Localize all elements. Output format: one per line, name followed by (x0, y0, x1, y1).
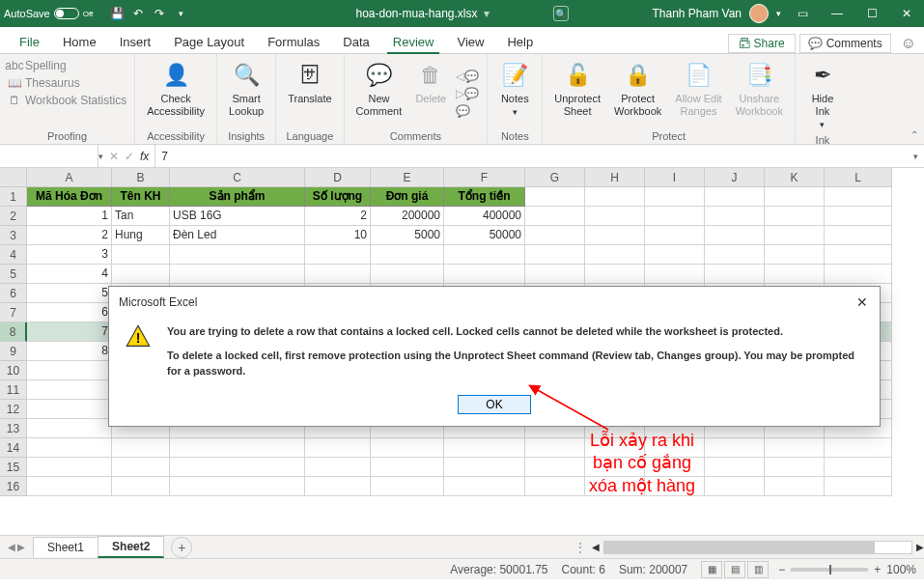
cell[interactable] (525, 245, 585, 265)
help-icon[interactable]: ☺ (901, 35, 916, 52)
row-header[interactable]: 7 (0, 303, 27, 322)
col-header[interactable]: L (825, 168, 892, 187)
autosave-toggle[interactable]: AutoSave Off (4, 8, 93, 19)
cell[interactable] (525, 207, 585, 226)
scroll-right-icon[interactable]: ▶ (916, 542, 924, 552)
tab-data[interactable]: Data (331, 31, 380, 53)
cell[interactable] (444, 458, 525, 477)
cell[interactable] (705, 245, 765, 265)
cell[interactable] (525, 226, 585, 245)
cell[interactable] (525, 477, 585, 496)
tab-help[interactable]: Help (495, 31, 545, 53)
cell[interactable] (170, 458, 305, 477)
cell[interactable] (371, 477, 444, 496)
comments-button[interactable]: 💬Comments (799, 34, 891, 53)
cell[interactable] (585, 265, 645, 284)
col-header[interactable]: F (444, 168, 525, 187)
cell[interactable] (112, 458, 170, 477)
cell[interactable] (645, 207, 705, 226)
cell[interactable] (705, 438, 765, 458)
cell[interactable] (27, 438, 112, 458)
cell[interactable]: Sản phẩm (170, 187, 305, 207)
hide-ink-button[interactable]: ✒Hide Ink▾ (803, 58, 842, 132)
cell[interactable] (371, 458, 444, 477)
cell[interactable] (825, 245, 892, 265)
cell[interactable] (825, 207, 892, 226)
zoom-in-button[interactable]: + (874, 563, 881, 576)
col-header[interactable]: I (645, 168, 705, 187)
col-header[interactable]: J (705, 168, 765, 187)
workbook-stats-button[interactable]: 🗒Workbook Statistics (8, 93, 126, 108)
cell[interactable] (170, 477, 305, 496)
row-header[interactable]: 15 (0, 458, 27, 477)
cell[interactable] (444, 477, 525, 496)
close-icon[interactable]: ✕ (893, 0, 920, 27)
cell[interactable] (645, 245, 705, 265)
cell[interactable] (170, 438, 305, 458)
cell[interactable] (765, 438, 825, 458)
toggle-icon[interactable] (54, 8, 79, 19)
user-name[interactable]: Thanh Pham Van (652, 7, 742, 20)
cell[interactable]: Đơn giá (371, 187, 444, 207)
cell[interactable] (112, 265, 170, 284)
row-header[interactable]: 2 (0, 207, 27, 226)
row-header[interactable]: 9 (0, 342, 27, 361)
sheet-tab[interactable]: Sheet2 (98, 536, 164, 558)
cell[interactable] (705, 477, 765, 496)
cell[interactable] (765, 265, 825, 284)
redo-icon[interactable]: ↷ (153, 7, 166, 20)
cell[interactable] (305, 245, 371, 265)
search-icon[interactable]: 🔍 (553, 6, 569, 21)
cell[interactable]: Hung (112, 226, 170, 245)
row-header[interactable]: 10 (0, 361, 27, 380)
col-header[interactable]: G (525, 168, 585, 187)
col-header[interactable]: K (765, 168, 825, 187)
cell[interactable] (585, 245, 645, 265)
cell[interactable] (444, 245, 525, 265)
cell[interactable] (444, 438, 525, 458)
col-header[interactable]: E (371, 168, 444, 187)
cell[interactable]: 1 (27, 207, 112, 226)
cell[interactable]: USB 16G (170, 207, 305, 226)
page-layout-button[interactable]: ▤ (724, 561, 745, 578)
unprotect-sheet-button[interactable]: 🔓Unprotect Sheet (550, 58, 604, 128)
cell[interactable] (525, 265, 585, 284)
undo-icon[interactable]: ↶ (131, 7, 145, 20)
cell[interactable] (585, 187, 645, 207)
cell[interactable] (27, 361, 112, 380)
cell[interactable] (705, 187, 765, 207)
cell[interactable]: 5000 (371, 226, 444, 245)
cell[interactable] (765, 187, 825, 207)
cell[interactable] (170, 245, 305, 265)
cell[interactable]: 200000 (371, 207, 444, 226)
cell[interactable] (525, 438, 585, 458)
cell[interactable] (371, 438, 444, 458)
cell[interactable] (27, 419, 112, 438)
translate-button[interactable]: 🈂Translate (284, 58, 335, 128)
scroll-left-icon[interactable]: ◀ (592, 542, 600, 552)
row-header[interactable]: 3 (0, 226, 27, 245)
page-break-button[interactable]: ▥ (747, 561, 769, 578)
new-comment-button[interactable]: 💬New Comment (352, 58, 406, 128)
col-header[interactable]: C (170, 168, 305, 187)
cell[interactable] (825, 477, 892, 496)
cell[interactable] (525, 458, 585, 477)
cell[interactable] (585, 207, 645, 226)
row-header[interactable]: 16 (0, 477, 27, 496)
cell[interactable]: 6 (27, 303, 112, 322)
tab-file[interactable]: File (8, 31, 51, 53)
cell[interactable] (305, 265, 371, 284)
enter-icon[interactable]: ✓ (125, 150, 134, 163)
cell[interactable] (705, 226, 765, 245)
prev-sheet-icon[interactable]: ◀ (8, 542, 15, 552)
cell[interactable] (27, 380, 112, 400)
cell[interactable]: 5 (27, 284, 112, 303)
cell[interactable] (305, 477, 371, 496)
smart-lookup-button[interactable]: 🔍Smart Lookup (225, 58, 267, 128)
cell[interactable] (825, 438, 892, 458)
cell[interactable]: Tên KH (112, 187, 170, 207)
cell[interactable] (305, 458, 371, 477)
cell[interactable] (645, 265, 705, 284)
cell[interactable] (371, 245, 444, 265)
cell[interactable] (27, 477, 112, 496)
